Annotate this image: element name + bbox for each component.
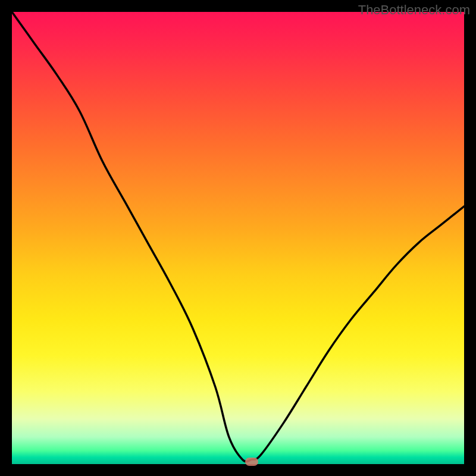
bottleneck-curve: [12, 12, 464, 464]
optimal-point-marker: [245, 458, 258, 466]
chart-plot-area: [12, 12, 464, 464]
watermark-label: TheBottleneck.com: [358, 2, 470, 18]
